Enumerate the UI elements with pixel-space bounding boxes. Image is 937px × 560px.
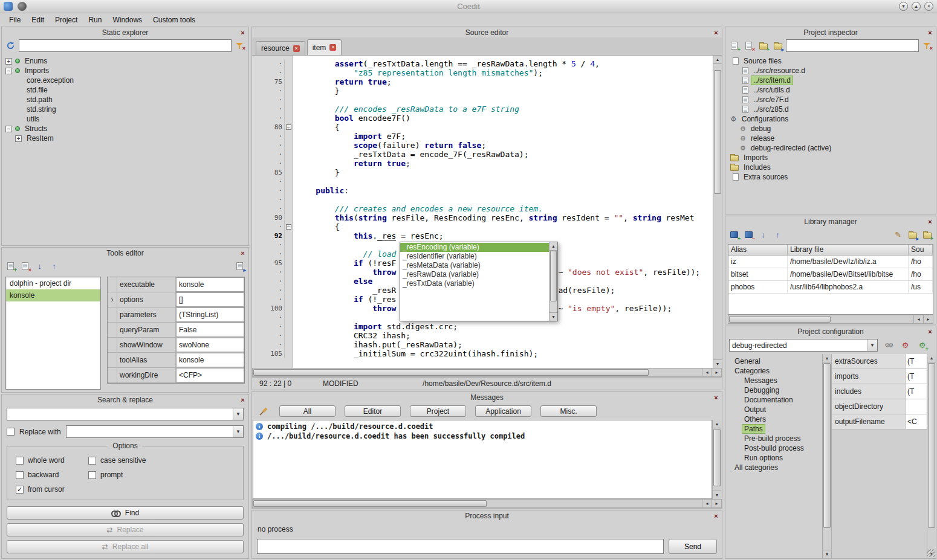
scroll-left-icon[interactable]: ◂ [702,369,712,376]
vertical-scrollbar[interactable]: ▴ ▾ [712,420,721,499]
library-row[interactable]: bitset/home/basile/Dev/Bitset/lib/bitse/… [728,268,933,281]
code-line[interactable]: this._res = resEnc; [297,231,713,240]
filter-button[interactable]: × [233,39,246,52]
static-tree-item[interactable]: utils [2,114,248,124]
close-window-icon[interactable]: × [924,2,933,11]
menu-item-custom-tools[interactable]: Custom tools [148,14,201,26]
config-category[interactable]: Debugging [725,385,822,395]
code-line[interactable]: CRC32 ihash; [297,331,713,340]
code-line[interactable]: /// creates and encodes a new resource i… [297,204,713,213]
scrollbar-thumb[interactable] [550,251,557,301]
clone-tool-button[interactable]: ▸ [233,260,246,272]
static-tree-item[interactable]: std.file [2,85,248,95]
code-line[interactable]: scope(failure) return false; [297,141,713,150]
project-tree-item[interactable]: ⚙release [725,134,936,143]
scroll-left-icon[interactable]: ◂ [702,500,712,507]
remove-source-button[interactable]: × [742,39,755,52]
fold-collapse-icon[interactable]: − [286,124,291,130]
config-category[interactable]: Documentation [725,395,822,405]
completion-list[interactable]: _resEncoding (variable)_resIdentifier (v… [400,242,549,321]
scroll-right-icon[interactable]: ▸ [712,369,721,376]
config-category[interactable]: Categories [725,366,822,376]
add-tool-button[interactable]: + [4,260,17,272]
scrollbar-thumb[interactable] [928,363,935,528]
scrollbar-thumb[interactable] [823,363,831,528]
project-tree-item[interactable]: ⚙debug-redirected (active) [725,143,936,153]
static-tree-item[interactable]: std.path [2,95,248,105]
scroll-up-icon[interactable]: ▴ [713,420,721,428]
property-value[interactable]: (T [906,384,927,399]
vertical-scrollbar[interactable]: ▴ ▾ [713,56,722,368]
move-library-down-button[interactable]: ↓ [757,228,770,241]
move-library-up-button[interactable]: ↑ [771,228,784,241]
dropdown-arrow-icon[interactable]: ▼ [233,426,243,437]
symbol-search-input[interactable] [19,39,232,52]
close-panel-icon[interactable]: × [712,28,720,36]
library-column-header[interactable]: Library file [788,245,909,255]
close-panel-icon[interactable]: × [926,217,934,225]
tools-list[interactable]: dolphin - project dirkonsole [5,277,101,390]
property-value[interactable] [906,399,927,414]
checkbox-icon[interactable] [16,457,24,465]
close-panel-icon[interactable]: × [926,327,934,335]
messages-filter-all[interactable]: All [279,405,336,417]
scrollbar-thumb[interactable] [253,500,487,507]
scrollbar-thumb[interactable] [714,70,721,194]
code-line[interactable]: assert(_resTxtData.length == _resRawData… [297,59,713,68]
option-prompt[interactable]: prompt [88,471,237,479]
horizontal-scrollbar[interactable]: ◂ ▸ [252,499,722,508]
vertical-scrollbar[interactable]: ▴ ▾ [549,242,557,321]
static-tree-item[interactable]: std.string [2,105,248,114]
tool-item[interactable]: dolphin - project dir [6,277,100,289]
horizontal-scrollbar[interactable]: ◂ ▸ [728,315,933,324]
static-tree-item[interactable]: −Structs [2,124,248,134]
minimize-icon[interactable]: ▾ [899,2,908,11]
add-configuration-button[interactable]: ⚙+ [916,339,929,352]
scroll-up-icon[interactable]: ▴ [927,354,936,362]
project-tree-item[interactable]: Extra sources [725,172,936,182]
tree-expander-icon[interactable]: − [5,126,12,132]
completion-item[interactable]: _resEncoding (variable) [400,243,549,252]
vertical-scrollbar[interactable]: ▴ ▾ [822,354,831,558]
option-from-cursor[interactable]: ✓from cursor [16,485,88,494]
message-row[interactable]: icompiling /.../build/resource.d.coedit [256,422,709,431]
code-line[interactable]: public: [297,186,713,195]
code-line[interactable]: this(string resFile, ResEncoding resEnc,… [297,213,713,222]
completion-item[interactable]: _resIdentifier (variable) [400,252,549,261]
code-line[interactable]: { [297,222,713,231]
library-row[interactable]: iz/home/basile/Dev/Iz/lib/iz.a/ho [728,256,933,268]
libraries-table[interactable]: AliasLibrary fileSou iz/home/basile/Dev/… [728,244,933,315]
code-line[interactable]: _initialSum = crc322uint(ihash.finish); [297,349,713,358]
add-library-button[interactable]: + [728,228,741,241]
static-tree-item[interactable]: core.exception [2,76,248,85]
clear-messages-button[interactable] [257,405,270,417]
remove-tool-button[interactable]: × [19,260,31,272]
replace-button[interactable]: ⇄ Replace [7,523,244,536]
menu-item-run[interactable]: Run [83,14,107,26]
scroll-right-icon[interactable]: ▸ [923,315,933,323]
move-tool-down-button[interactable]: ↓ [33,260,46,272]
configuration-select[interactable]: debug-redirected ▼ [729,339,878,352]
resize-grip[interactable] [927,549,935,557]
messages-filter-application[interactable]: Application [475,405,531,417]
code-line[interactable]: return true; [297,159,713,168]
move-tool-up-button[interactable]: ↑ [48,260,60,272]
maximize-icon[interactable]: ▴ [912,2,921,11]
property-value[interactable]: (T [906,369,927,384]
checkbox-icon[interactable]: ✓ [16,486,24,494]
code-line[interactable] [297,177,713,186]
filter-button[interactable]: × [921,39,933,52]
horizontal-scrollbar[interactable]: ◂ ▸ [252,368,722,377]
config-category[interactable]: Messages [725,376,822,385]
static-tree-item[interactable]: −Imports [2,66,248,76]
scroll-up-icon[interactable]: ▴ [713,56,722,64]
send-button[interactable]: Send [669,539,717,554]
checkbox-icon[interactable] [88,457,96,465]
project-tree-item[interactable]: ../src/resource.d [725,66,936,76]
messages-list[interactable]: icompiling /.../build/resource.d.coediti… [253,420,712,499]
property-value[interactable]: konsole [176,277,244,292]
code-line[interactable]: _resTxtData = encode_7F(_resRawData); [297,150,713,159]
config-category[interactable]: Output [725,405,822,414]
completion-item[interactable]: _resMetaData (variable) [400,261,549,270]
project-tree-item[interactable]: Imports [725,153,936,163]
